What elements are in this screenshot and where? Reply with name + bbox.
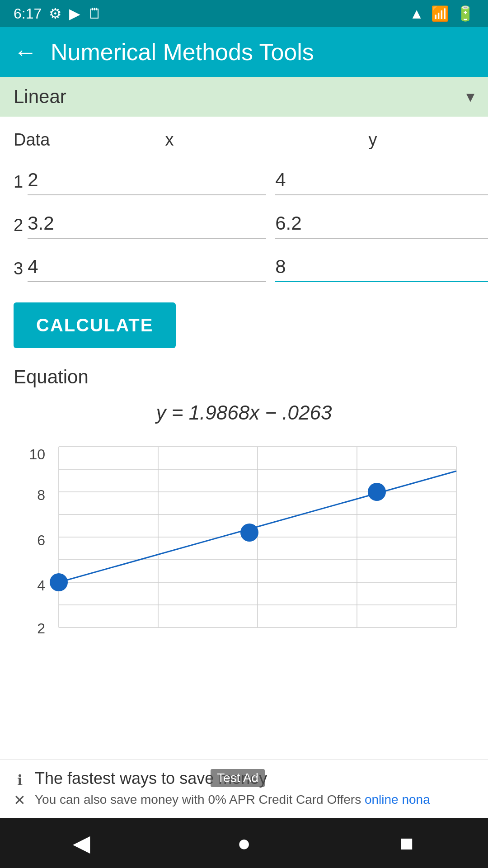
equation-title: Equation: [14, 366, 474, 388]
equation-formula: y = 1.9868x − .0263: [14, 397, 474, 433]
table-row: 2: [14, 202, 474, 245]
status-bar: 6:17 ⚙ ▶ 🗒 ▲ 📶 🔋: [0, 0, 488, 27]
status-right: ▲ 📶 🔋: [409, 5, 474, 22]
interpolation-type-dropdown[interactable]: Linear ▾: [0, 77, 488, 117]
table-header: Data x y: [14, 126, 474, 159]
nav-recent-button[interactable]: ■: [380, 825, 434, 861]
svg-text:8: 8: [37, 487, 45, 503]
header-x: x: [68, 130, 271, 150]
status-left: 6:17 ⚙ ▶ 🗒: [14, 5, 102, 22]
y-input-3[interactable]: [275, 252, 488, 282]
ad-icon-area: ℹ ✕: [14, 769, 26, 809]
dropdown-selected-value: Linear: [14, 86, 66, 108]
svg-text:10: 10: [29, 446, 45, 462]
nav-bar: ◀ ● ■: [0, 818, 488, 868]
data-section: Data x y 1 2 3 CALCULATE Equation y = 1.…: [0, 117, 488, 760]
close-icon[interactable]: ✕: [14, 792, 26, 809]
chart-point-2: [240, 524, 258, 542]
calculate-button[interactable]: CALCULATE: [14, 302, 176, 348]
regression-chart: 10 8 6 4 2: [14, 442, 474, 637]
clipboard-icon: 🗒: [88, 5, 102, 22]
table-row: 1: [14, 159, 474, 202]
svg-text:2: 2: [37, 620, 45, 637]
battery-icon: 🔋: [456, 5, 474, 22]
app-title: Numerical Methods Tools: [51, 38, 314, 66]
chart-container: 10 8 6 4 2: [14, 438, 474, 641]
x-input-1[interactable]: [28, 165, 266, 195]
ad-banner: ℹ ✕ Test Ad The fastest ways to save mon…: [0, 760, 488, 818]
ad-link[interactable]: online nona: [365, 793, 430, 807]
x-input-2[interactable]: [28, 209, 266, 239]
row-number-3: 3: [14, 259, 23, 282]
ad-content: Test Ad The fastest ways to save money Y…: [35, 769, 474, 807]
app-bar: ← Numerical Methods Tools: [0, 27, 488, 77]
chart-point-3: [368, 483, 386, 501]
wifi-icon: ▲: [409, 5, 424, 22]
chart-point-1: [50, 573, 68, 591]
play-icon: ▶: [69, 5, 80, 22]
svg-text:4: 4: [37, 577, 45, 594]
chevron-down-icon: ▾: [466, 87, 474, 106]
ad-subtitle: You can also save money with 0% APR Cred…: [35, 793, 474, 807]
y-input-2[interactable]: [275, 209, 488, 239]
status-time: 6:17: [14, 5, 42, 22]
nav-home-button[interactable]: ●: [217, 825, 271, 861]
x-input-3[interactable]: [28, 252, 266, 282]
y-input-1[interactable]: [275, 165, 488, 195]
equation-section: Equation y = 1.9868x − .0263: [14, 357, 474, 438]
info-icon: ℹ: [17, 772, 23, 789]
settings-icon: ⚙: [49, 5, 62, 22]
ad-tag-label: Test Ad: [211, 769, 265, 787]
svg-text:6: 6: [37, 532, 45, 548]
row-number-1: 1: [14, 172, 23, 195]
back-button[interactable]: ←: [14, 38, 37, 66]
table-row: 3: [14, 245, 474, 289]
nav-back-button[interactable]: ◀: [54, 825, 108, 861]
header-y: y: [271, 130, 474, 150]
signal-icon: 📶: [431, 5, 449, 22]
row-number-2: 2: [14, 216, 23, 239]
header-data: Data: [14, 130, 68, 150]
